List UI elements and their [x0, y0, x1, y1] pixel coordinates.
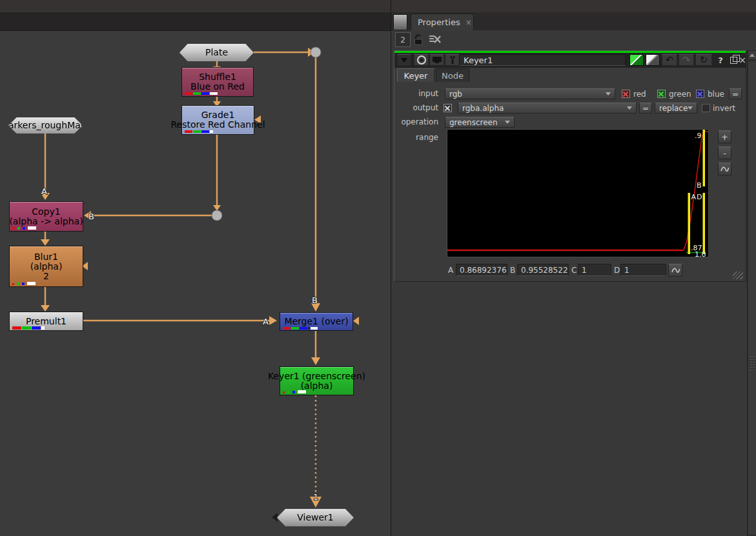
range-handle-d[interactable] — [703, 193, 706, 254]
green-channel-label: green — [669, 90, 691, 99]
range-a-label: A — [448, 266, 453, 275]
range-c-field[interactable]: 1 — [578, 264, 611, 276]
chevron-down-icon — [627, 106, 632, 110]
node-blur1[interactable]: Blur1 (alpha) 2 — [9, 246, 83, 287]
channel-strip — [283, 390, 306, 393]
node-label: 2 — [43, 272, 49, 281]
redo-button[interactable]: ↷ — [679, 54, 694, 66]
panel-top-strip — [391, 0, 756, 12]
curve-mark-top: .9 — [695, 132, 702, 140]
node-label: Viewer1 — [297, 513, 334, 522]
properties-toolbar: 2 — [391, 30, 756, 50]
curve-mark-one: 1.0 — [695, 250, 706, 257]
node-label: Plate — [205, 48, 228, 57]
close-panel-button[interactable]: × — [737, 54, 748, 66]
red-channel-checkbox[interactable] — [622, 90, 630, 98]
lock-icon[interactable] — [413, 34, 424, 45]
operation-value: greenscreen — [449, 118, 498, 127]
curve-editor-button[interactable] — [718, 163, 731, 175]
tab-keyer[interactable]: Keyer — [397, 68, 434, 82]
channel-strip — [185, 130, 213, 133]
green-channel-checkbox[interactable] — [657, 90, 666, 98]
node-graph-panel[interactable]: A B A B 1 Plate Shuffle1 Blue on Red Gra… — [0, 0, 391, 536]
node-label: Grade1 — [201, 110, 235, 120]
node-label: Markers_roughMask — [1, 121, 90, 130]
operation-dropdown[interactable]: greenscreen — [445, 117, 515, 128]
chevron-down-icon — [606, 92, 611, 95]
range-handle-b[interactable] — [703, 130, 706, 186]
output-equals-button[interactable]: = — [639, 103, 652, 114]
dot-node-2[interactable] — [212, 210, 222, 221]
pane-layout-icon[interactable] — [393, 14, 407, 30]
input-dropdown[interactable]: rgb — [445, 88, 615, 99]
tab-node[interactable]: Node — [436, 68, 469, 82]
remove-point-button[interactable]: - — [718, 146, 731, 159]
properties-scrollbar[interactable] — [747, 50, 756, 536]
tab-properties[interactable]: Properties × — [411, 14, 474, 30]
help-button[interactable]: ? — [715, 54, 726, 66]
node-color-swatch[interactable] — [629, 54, 644, 66]
add-point-button[interactable]: + — [718, 130, 731, 143]
input-equals-button[interactable]: = — [729, 88, 742, 99]
arrow-up-icon — [750, 54, 755, 57]
close-all-panels-icon[interactable] — [428, 34, 442, 45]
node-panel-header: Keyer1 ↶ ↷ ↻ ? × — [394, 53, 746, 68]
invert-label: invert — [713, 104, 735, 113]
scroll-up-button[interactable] — [748, 50, 756, 60]
node-merge1[interactable]: Merge1 (over) — [280, 312, 353, 331]
node-copy1[interactable]: Copy1 (alpha -> alpha) — [9, 201, 83, 232]
node-name-field[interactable]: Keyer1 — [459, 54, 626, 66]
node-label: (alpha) — [301, 381, 333, 391]
channel-strip — [12, 282, 36, 285]
monitor-out-button[interactable] — [429, 54, 444, 66]
node-shuffle1[interactable]: Shuffle1 Blue on Red — [181, 67, 254, 97]
revert-button[interactable]: ↻ — [695, 54, 712, 66]
viewer-input-stub-icon — [272, 513, 278, 522]
invert-checkbox[interactable] — [702, 104, 710, 112]
range-b-field[interactable]: 0.95528522 — [517, 264, 569, 276]
blue-channel-checkbox[interactable] — [696, 90, 704, 98]
node-label: Keyer1 (greenscreen) — [268, 372, 365, 381]
range-curve-plot: .9 B A D .87 1.0 — [447, 130, 708, 257]
channel-strip — [185, 92, 218, 95]
mask-input-connectors[interactable] — [82, 115, 359, 325]
range-d-field[interactable]: 1 — [620, 264, 666, 276]
scrollbar-thumb[interactable] — [748, 61, 756, 535]
node-grade1[interactable]: Grade1 Restore Red Channel — [181, 105, 254, 135]
node-viewer1[interactable]: Viewer1 — [277, 509, 354, 526]
dot-node-1[interactable] — [311, 47, 321, 57]
replace-mode-dropdown[interactable]: replace — [655, 103, 697, 114]
node-label: Shuffle1 — [199, 72, 236, 82]
properties-panel: Properties × 2 Keyer1 ↶ — [391, 0, 756, 536]
range-a-field[interactable]: 0.86892376 — [456, 264, 507, 276]
input-value: rgb — [449, 90, 462, 99]
node-settings-button[interactable] — [445, 54, 460, 66]
node-markers-roughmask[interactable]: Markers_roughMask — [8, 117, 83, 134]
range-c-label: C — [571, 266, 577, 275]
node-label: (alpha) — [30, 262, 63, 272]
output-label: output — [394, 103, 438, 114]
range-handle-a[interactable] — [688, 193, 691, 254]
center-node-button[interactable] — [414, 54, 429, 66]
range-label: range — [394, 132, 438, 143]
panel-resize-grip[interactable] — [733, 272, 743, 279]
curve-mark-d: D — [697, 193, 702, 201]
output-dropdown[interactable]: rgba.alpha — [458, 103, 637, 114]
node-label: (alpha -> alpha) — [9, 217, 83, 226]
range-curve-editor[interactable]: .9 B A D .87 1.0 — [447, 130, 708, 257]
node-keyer1[interactable]: Keyer1 (greenscreen) (alpha) — [280, 366, 354, 395]
curve-icon — [720, 165, 730, 173]
undo-button[interactable]: ↶ — [662, 54, 677, 66]
tab-close-icon[interactable]: × — [465, 18, 472, 27]
merge1-mask-connector[interactable] — [353, 317, 359, 325]
node-premult1[interactable]: Premult1 — [9, 312, 83, 331]
keyer1-properties-group: Keyer1 ↶ ↷ ↻ ? × Keyer Node input rgb re… — [394, 50, 746, 282]
range-curve-button[interactable] — [668, 264, 682, 277]
output-channel-checkbox[interactable] — [444, 104, 452, 112]
panel-color-swatch[interactable] — [646, 54, 660, 66]
node-label: Premult1 — [26, 317, 66, 326]
collapse-panel-button[interactable] — [397, 54, 411, 66]
node-plate[interactable]: Plate — [179, 44, 254, 61]
replace-mode-value: replace — [659, 104, 688, 113]
max-panels-field[interactable]: 2 — [395, 32, 411, 47]
